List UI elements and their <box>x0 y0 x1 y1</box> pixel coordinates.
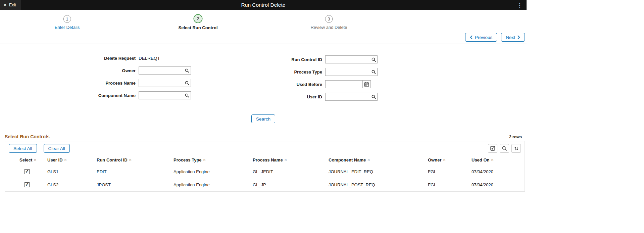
column-header-owner[interactable]: Owner◇ <box>428 155 472 165</box>
close-icon: × <box>3 2 7 8</box>
sort-icon[interactable]: ◇ <box>203 158 206 161</box>
next-button[interactable]: Next <box>501 33 525 42</box>
sort-icon[interactable]: ◇ <box>64 158 67 161</box>
grid-sort-button[interactable] <box>511 144 521 153</box>
step-3-label: Review and Delete <box>310 25 347 30</box>
column-header-process-type[interactable]: Process Type◇ <box>174 155 253 165</box>
search-button[interactable]: Search <box>251 114 275 123</box>
used-before-input[interactable] <box>325 80 363 88</box>
step-review-and-delete[interactable]: 3 Review and Delete <box>310 10 347 30</box>
grid-box: Select All Clear All <box>5 141 525 192</box>
row-select-checkbox[interactable] <box>24 169 30 174</box>
column-header-select[interactable]: Select◇ <box>5 155 47 165</box>
wizard-nav-buttons: Previous Next <box>0 33 525 42</box>
calendar-icon <box>364 82 369 87</box>
cell-component-name: JOURNAL_POST_REQ <box>329 178 428 191</box>
column-label: Owner <box>428 157 441 162</box>
grid-title-row: Select Run Controls 2 rows <box>5 134 525 139</box>
column-header-used-on[interactable]: Used On◇ <box>472 155 525 165</box>
select-all-button[interactable]: Select All <box>9 144 37 153</box>
run-control-id-label: Run Control ID <box>291 57 322 62</box>
download-grid-icon <box>490 146 495 151</box>
owner-label: Owner <box>122 68 136 73</box>
grid-action-buttons <box>488 144 521 153</box>
cell-process-type: Application Engine <box>174 165 253 178</box>
run-controls-table: Select◇ User ID◇ Run Control ID◇ Process… <box>5 155 525 191</box>
exit-label: Exit <box>9 3 16 7</box>
cell-process-type: Application Engine <box>174 178 253 191</box>
run-control-id-row: Run Control ID <box>191 55 378 63</box>
clear-all-button[interactable]: Clear All <box>44 144 70 153</box>
form-column-right: Run Control ID Process Type <box>191 55 378 105</box>
process-name-lookup-button[interactable] <box>183 79 191 87</box>
cell-owner: FGL <box>428 165 472 178</box>
step-select-run-control[interactable]: 2 Select Run Control <box>178 10 217 30</box>
step-3-circle: 3 <box>325 15 333 23</box>
step-enter-details[interactable]: 1 Enter Details <box>55 10 80 30</box>
kebab-menu-button[interactable]: ⋮ <box>513 2 527 8</box>
user-id-lookup-button[interactable] <box>370 93 377 100</box>
column-header-component-name[interactable]: Component Name◇ <box>329 155 428 165</box>
column-label: Process Name <box>253 157 283 162</box>
grid-find-button[interactable] <box>500 144 509 153</box>
sort-icon[interactable]: ◇ <box>443 158 445 161</box>
column-label: User ID <box>47 157 63 162</box>
download-grid-button[interactable] <box>488 144 497 153</box>
sort-icon[interactable]: ◇ <box>285 158 287 161</box>
search-icon <box>371 70 376 74</box>
step-2-label: Select Run Control <box>178 25 217 30</box>
search-icon <box>185 68 189 73</box>
sort-icon[interactable]: ◇ <box>34 158 36 161</box>
row-select-checkbox[interactable] <box>24 182 30 187</box>
search-criteria-form: Delete Request DELREQT Owner Process Nam… <box>0 44 527 105</box>
column-header-process-name[interactable]: Process Name◇ <box>253 155 329 165</box>
used-before-calendar-button[interactable] <box>363 80 371 88</box>
cell-select <box>5 165 47 178</box>
used-before-row: Used Before <box>191 80 378 88</box>
column-label: Process Type <box>174 157 202 162</box>
sort-icon[interactable]: ◇ <box>367 158 370 161</box>
delete-request-label: Delete Request <box>104 56 136 61</box>
column-label: Component Name <box>329 157 366 162</box>
cell-user-id: GLS1 <box>47 165 97 178</box>
chevron-right-icon <box>517 35 520 39</box>
user-id-label: User ID <box>307 94 322 99</box>
cell-component-name: JOURNAL_EDIT_REQ <box>329 165 428 178</box>
column-header-user-id[interactable]: User ID◇ <box>47 155 97 165</box>
cell-used-on: 07/04/2020 <box>472 178 525 191</box>
user-id-field <box>325 93 378 101</box>
exit-button[interactable]: × Exit <box>0 0 21 10</box>
table-row: GLS2 JPOST Application Engine GL_JP JOUR… <box>5 178 525 191</box>
process-type-label: Process Type <box>294 69 322 75</box>
previous-label: Previous <box>475 35 493 40</box>
step-2-circle: 2 <box>193 14 202 23</box>
kebab-menu-icon: ⋮ <box>517 2 523 8</box>
run-control-id-lookup-button[interactable] <box>370 56 377 63</box>
previous-button[interactable]: Previous <box>465 33 497 42</box>
cell-used-on: 07/04/2020 <box>472 165 525 178</box>
cell-run-control-id: EDIT <box>97 165 174 178</box>
column-label: Used On <box>472 157 489 162</box>
cell-user-id: GLS2 <box>47 178 97 191</box>
sort-icon[interactable]: ◇ <box>129 158 132 161</box>
form-column-left: Delete Request DELREQT Owner Process Nam… <box>0 54 191 105</box>
process-name-field <box>139 79 191 87</box>
process-type-row: Process Type <box>191 68 378 76</box>
process-name-label: Process Name <box>105 81 136 86</box>
component-name-row: Component Name <box>0 91 191 99</box>
sort-icon[interactable]: ◇ <box>491 158 493 161</box>
user-id-row: User ID <box>191 93 378 101</box>
stepper: 1 Enter Details 2 Select Run Control 3 R… <box>0 10 527 30</box>
component-name-label: Component Name <box>98 93 136 98</box>
owner-lookup-button[interactable] <box>183 67 191 74</box>
next-label: Next <box>506 35 515 40</box>
process-type-lookup-button[interactable] <box>370 68 377 76</box>
component-name-lookup-button[interactable] <box>183 92 191 99</box>
grid-toolbar: Select All Clear All <box>5 141 525 155</box>
owner-field <box>139 66 191 75</box>
search-icon <box>371 57 376 62</box>
column-header-run-control-id[interactable]: Run Control ID◇ <box>97 155 174 165</box>
page-title: Run Control Delete <box>241 2 286 8</box>
cell-owner: FGL <box>428 178 472 191</box>
search-row: Search <box>0 114 527 123</box>
